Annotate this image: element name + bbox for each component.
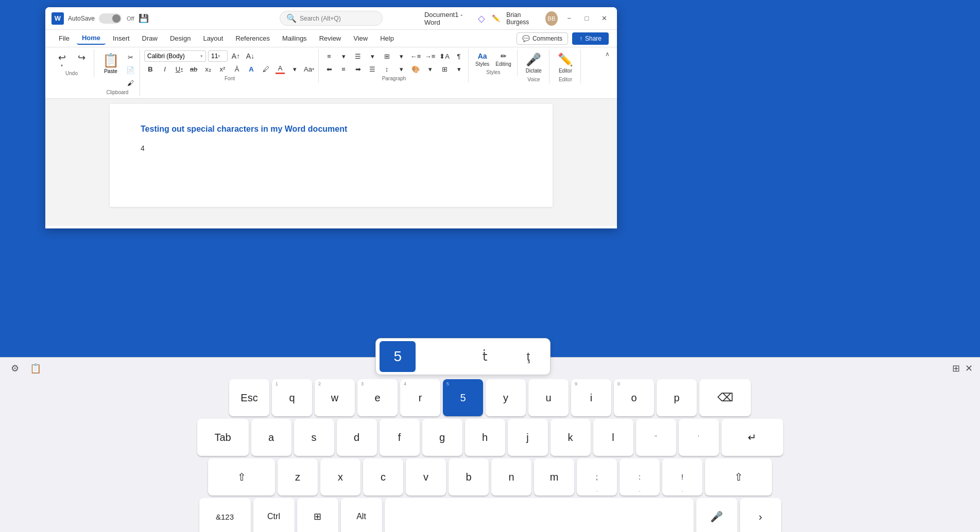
editing-button[interactable]: ✏ Editing	[493, 50, 514, 68]
align-right-button[interactable]: ➡	[352, 63, 364, 75]
key-c[interactable]: c	[363, 458, 403, 495]
key-shift-right[interactable]: ⇧	[705, 458, 772, 495]
italic-button[interactable]: I	[159, 63, 171, 75]
search-input[interactable]	[300, 15, 372, 22]
bullets-button[interactable]: ≡	[323, 50, 335, 62]
key-a[interactable]: a	[251, 419, 291, 456]
key-row1-7[interactable]: u	[528, 379, 569, 416]
menu-design[interactable]: Design	[165, 32, 196, 44]
key-q[interactable]: 1 q	[272, 379, 312, 416]
key-special-chars[interactable]: &123	[199, 498, 251, 532]
key-e[interactable]: 3 e	[357, 379, 398, 416]
menu-insert[interactable]: Insert	[108, 32, 135, 44]
close-button[interactable]: ✕	[598, 11, 611, 26]
underline-button[interactable]: U▾	[173, 63, 185, 75]
menu-home[interactable]: Home	[77, 32, 106, 45]
borders-button[interactable]: ⊞	[438, 63, 451, 75]
key-b[interactable]: b	[449, 458, 489, 495]
menu-layout[interactable]: Layout	[198, 32, 228, 44]
case-button[interactable]: Aa▾	[303, 63, 315, 75]
numbering-button[interactable]: ☰	[352, 50, 364, 62]
key-f[interactable]: f	[380, 419, 420, 456]
share-button[interactable]: ↑ Share	[572, 32, 609, 45]
key-r[interactable]: 4 r	[400, 379, 440, 416]
dictate-button[interactable]: 🎤 Dictate	[522, 50, 546, 76]
key-k[interactable]: k	[551, 419, 591, 456]
key-row1-6[interactable]: y	[486, 379, 526, 416]
key-d[interactable]: d	[337, 419, 377, 456]
maximize-button[interactable]: □	[580, 11, 593, 26]
key-w[interactable]: 2 w	[315, 379, 355, 416]
key-exclaim[interactable]: ! ,	[662, 458, 702, 495]
redo-button[interactable]: ↪	[72, 50, 91, 65]
format-painter-button[interactable]: 🖌	[124, 77, 136, 88]
menu-file[interactable]: File	[54, 32, 75, 44]
key-space[interactable]	[385, 498, 694, 532]
menu-review[interactable]: Review	[314, 32, 347, 44]
autosave-toggle[interactable]	[99, 13, 122, 24]
pen-icon[interactable]: ✏️	[490, 13, 501, 24]
key-m[interactable]: m	[534, 458, 574, 495]
key-z[interactable]: z	[278, 458, 318, 495]
menu-references[interactable]: References	[230, 32, 274, 44]
key-g[interactable]: g	[422, 419, 462, 456]
key-x[interactable]: x	[320, 458, 360, 495]
save-icon[interactable]: 💾	[139, 13, 149, 23]
superscript-button[interactable]: x²	[216, 63, 229, 75]
keyboard-close-icon[interactable]: ✕	[965, 363, 973, 374]
comments-button[interactable]: 💬 Comments	[517, 32, 568, 45]
undo-button[interactable]: ↩ ▾	[53, 50, 71, 69]
key-9[interactable]: 9 i	[571, 379, 611, 416]
sort-button[interactable]: ⬍A	[438, 50, 451, 62]
menu-mailings[interactable]: Mailings	[277, 32, 312, 44]
menu-view[interactable]: View	[348, 32, 373, 44]
numbering-arrow[interactable]: ▾	[366, 50, 379, 62]
gem-icon[interactable]: ◇	[478, 13, 485, 24]
font-name-selector[interactable]: Calibri (Body) ▾	[144, 50, 206, 62]
justify-button[interactable]: ☰	[366, 63, 379, 75]
shading-arrow[interactable]: ▾	[424, 63, 436, 75]
key-l[interactable]: l	[593, 419, 633, 456]
keyboard-clipboard-icon[interactable]: 📋	[28, 361, 43, 376]
font-size-selector[interactable]: 11 ▾	[208, 50, 228, 62]
key-5[interactable]: 5 þ ṫ ţ 5 5	[443, 379, 483, 416]
keyboard-layout-icon[interactable]: ⊞	[952, 363, 960, 374]
menu-draw[interactable]: Draw	[137, 32, 163, 44]
key-n[interactable]: n	[491, 458, 531, 495]
decrease-indent-button[interactable]: ←≡	[409, 50, 422, 62]
minimize-button[interactable]: −	[563, 11, 575, 26]
subscript-button[interactable]: x₂	[202, 63, 214, 75]
copy-button[interactable]: 📄	[124, 64, 136, 76]
key-arrow-right[interactable]: ›	[740, 498, 781, 532]
align-center-button[interactable]: ≡	[337, 63, 350, 75]
key-quote[interactable]: "	[636, 419, 676, 456]
text-highlight-button[interactable]: 🖊	[260, 63, 272, 75]
strikethrough-button[interactable]: ab	[187, 63, 200, 75]
grow-font-button[interactable]: A↑	[230, 50, 242, 62]
show-marks-button[interactable]: ¶	[453, 50, 465, 62]
key-esc[interactable]: Esc	[229, 379, 269, 416]
key-win[interactable]: ⊞	[297, 498, 338, 532]
shrink-font-button[interactable]: A↓	[244, 50, 256, 62]
key-enter[interactable]: ↵	[721, 419, 783, 456]
bold-button[interactable]: B	[144, 63, 157, 75]
search-bar[interactable]: 🔍	[280, 11, 383, 26]
key-p[interactable]: p	[657, 379, 697, 416]
clear-format-button[interactable]: Ā	[231, 63, 243, 75]
key-j[interactable]: j	[508, 419, 548, 456]
bullets-arrow[interactable]: ▾	[337, 50, 350, 62]
key-alt[interactable]: Alt	[341, 498, 382, 532]
multilevel-arrow[interactable]: ▾	[395, 50, 407, 62]
document-page[interactable]: Testing out special characters in my Wor…	[110, 104, 553, 207]
paste-button[interactable]: 📋 Paste	[98, 50, 123, 76]
key-backspace[interactable]: ⌫	[699, 379, 751, 416]
key-v[interactable]: v	[406, 458, 446, 495]
key-mic[interactable]: 🎤	[696, 498, 737, 532]
line-spacing-button[interactable]: ↕	[381, 63, 393, 75]
cut-button[interactable]: ✂	[124, 51, 136, 63]
multilevel-button[interactable]: ⊞	[381, 50, 393, 62]
shading-button[interactable]: 🎨	[409, 63, 422, 75]
keyboard-settings-icon[interactable]: ⚙	[7, 361, 23, 376]
font-color-arrow[interactable]: ▾	[288, 63, 301, 75]
key-shift-left[interactable]: ⇧	[208, 458, 275, 495]
